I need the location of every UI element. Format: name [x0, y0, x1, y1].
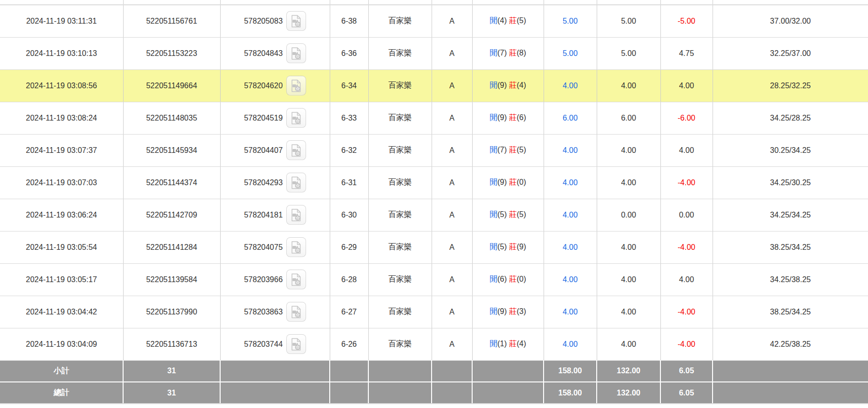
banker-result-label: 莊 [509, 16, 517, 25]
table-letter-cell: A [432, 199, 472, 231]
shoe-round-cell: 6-33 [330, 102, 368, 134]
bet-amount-cell: 4.00 [544, 134, 597, 166]
table-letter-cell: A [432, 5, 472, 37]
round-id-cell: 578204075 [220, 231, 330, 263]
video-replay-button[interactable] [286, 43, 306, 63]
video-file-icon [289, 46, 303, 61]
bet-amount-link[interactable]: 4.00 [562, 82, 577, 90]
round-id-cell: 578204620 [220, 69, 330, 102]
player-result-score: (9) [497, 307, 507, 315]
round-id-text: 578204620 [244, 82, 282, 90]
table-row[interactable]: 2024-11-19 03:08:56 522051149664 5782046… [0, 69, 868, 102]
table-row[interactable]: 2024-11-19 03:11:31 522051156761 5782050… [0, 5, 868, 37]
cropped-cell [660, 0, 713, 5]
table-row[interactable]: 2024-11-19 03:10:13 522051153223 5782048… [0, 37, 868, 69]
summary-empty-cell [472, 360, 544, 382]
bet-amount-link[interactable]: 4.00 [562, 243, 577, 251]
table-row[interactable]: 2024-11-19 03:04:42 522051137990 5782038… [0, 296, 868, 328]
summary-label-cell: 總計 [0, 382, 123, 404]
balance-cell: 30.25/34.25 [713, 134, 868, 166]
bet-amount-link[interactable]: 4.00 [562, 275, 577, 284]
bet-amount-cell: 4.00 [544, 231, 597, 263]
video-replay-button[interactable] [286, 140, 306, 160]
summary-bet-total-cell: 158.00 [544, 382, 597, 404]
bet-amount-cell: 4.00 [544, 328, 597, 360]
balance-cell: 34.25/28.25 [713, 102, 868, 134]
bet-amount-link[interactable]: 6.00 [562, 114, 577, 122]
bet-id-cell: 522051137990 [123, 296, 220, 328]
video-replay-button[interactable] [286, 76, 306, 95]
balance-cell: 37.00/32.00 [713, 5, 868, 37]
valid-bet-cell: 6.00 [597, 102, 660, 134]
table-letter-cell: A [432, 102, 472, 134]
bet-amount-cell: 5.00 [544, 37, 597, 69]
bet-amount-link[interactable]: 5.00 [562, 49, 577, 57]
table-row[interactable]: 2024-11-19 03:07:37 522051145934 5782044… [0, 134, 868, 166]
table-row[interactable]: 2024-11-19 03:05:17 522051139584 5782039… [0, 263, 868, 296]
bet-amount-link[interactable]: 4.00 [562, 308, 577, 316]
video-replay-button[interactable] [286, 11, 306, 31]
cropped-cell [544, 0, 597, 5]
bet-id-cell: 522051156761 [123, 5, 220, 37]
bet-time-cell: 2024-11-19 03:07:03 [0, 166, 123, 199]
banker-result-score: (8) [517, 49, 526, 57]
video-replay-button[interactable] [286, 302, 306, 322]
video-replay-button[interactable] [286, 173, 306, 192]
valid-bet-cell: 0.00 [597, 199, 660, 231]
video-replay-button[interactable] [286, 108, 306, 128]
round-id-text: 578204519 [244, 114, 282, 122]
player-result-label: 閒 [490, 340, 497, 348]
player-result-label: 閒 [490, 113, 497, 122]
bet-amount-link[interactable]: 4.00 [562, 178, 577, 187]
summary-rows: 小計 31 158.00 132.00 6.05 總計 31 158.00 13… [0, 360, 868, 404]
bet-amount-cell: 4.00 [544, 199, 597, 231]
game-type-cell: 百家樂 [368, 199, 432, 231]
shoe-round-cell: 6-28 [330, 263, 368, 296]
bet-amount-link[interactable]: 5.00 [562, 17, 577, 25]
bet-time-cell: 2024-11-19 03:06:24 [0, 199, 123, 231]
table-row[interactable]: 2024-11-19 03:08:24 522051148035 5782045… [0, 102, 868, 134]
table-letter-cell: A [432, 263, 472, 296]
table-row[interactable]: 2024-11-19 03:06:24 522051142709 5782041… [0, 199, 868, 231]
video-file-icon [289, 337, 303, 352]
round-id-text: 578204075 [244, 243, 282, 252]
bet-rows: 2024-11-19 03:11:31 522051156761 5782050… [0, 5, 868, 360]
video-file-icon [289, 208, 303, 222]
bet-id-cell: 522051145934 [123, 134, 220, 166]
video-replay-button[interactable] [286, 270, 306, 289]
table-row[interactable]: 2024-11-19 03:04:09 522051136713 5782037… [0, 328, 868, 360]
video-replay-button[interactable] [286, 205, 306, 225]
bet-amount-cell: 4.00 [544, 69, 597, 102]
win-loss-cell: 4.00 [660, 263, 713, 296]
game-result-cell: 閒(9) 莊(6) [472, 102, 544, 134]
balance-cell: 28.25/32.25 [713, 69, 868, 102]
valid-bet-cell: 4.00 [597, 69, 660, 102]
win-loss-cell: 4.75 [660, 37, 713, 69]
summary-winloss-total-cell: 6.05 [660, 360, 713, 382]
win-loss-cell: 4.00 [660, 134, 713, 166]
player-result-label: 閒 [490, 81, 497, 89]
win-loss-cell: -6.00 [660, 102, 713, 134]
table-row[interactable]: 2024-11-19 03:05:54 522051141284 5782040… [0, 231, 868, 263]
round-id-text: 578204181 [244, 211, 282, 219]
banker-result-score: (4) [517, 81, 526, 89]
table-letter-cell: A [432, 37, 472, 69]
table-row[interactable]: 2024-11-19 03:07:03 522051144374 5782042… [0, 166, 868, 199]
game-type-cell: 百家樂 [368, 69, 432, 102]
bet-id-cell: 522051139584 [123, 263, 220, 296]
player-result-score: (6) [497, 275, 507, 283]
banker-result-label: 莊 [509, 210, 517, 218]
video-replay-button[interactable] [286, 334, 306, 354]
player-result-score: (4) [497, 16, 507, 25]
game-result-cell: 閒(9) 莊(4) [472, 69, 544, 102]
summary-valid-total-cell: 132.00 [597, 382, 660, 404]
round-id-cell: 578204407 [220, 134, 330, 166]
bet-amount-cell: 4.00 [544, 166, 597, 199]
win-loss-cell: -4.00 [660, 296, 713, 328]
banker-result-score: (0) [517, 178, 526, 186]
summary-empty-cell [368, 360, 432, 382]
bet-amount-link[interactable]: 4.00 [562, 146, 577, 154]
bet-amount-link[interactable]: 4.00 [562, 211, 577, 219]
bet-amount-link[interactable]: 4.00 [562, 340, 577, 348]
video-replay-button[interactable] [286, 237, 306, 257]
